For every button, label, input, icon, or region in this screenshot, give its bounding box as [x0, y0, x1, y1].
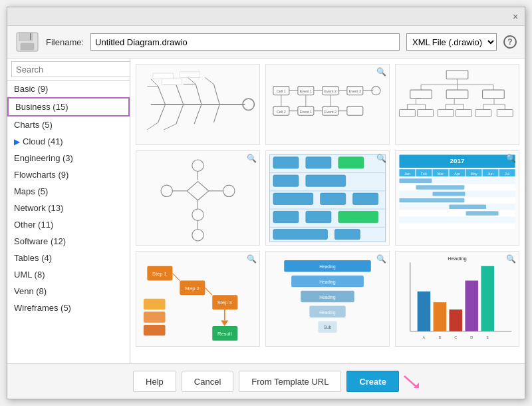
svg-rect-53 [410, 90, 432, 99]
template-diamond[interactable]: 🔍 [136, 150, 260, 246]
svg-rect-2 [21, 43, 34, 50]
svg-rect-108 [273, 229, 328, 239]
svg-line-145 [205, 288, 212, 296]
template-row-1: 🔍 Cell 1 Event 1 Event 2 Event 3 [136, 64, 519, 145]
svg-rect-154 [144, 325, 166, 335]
magnify-icon-4: 🔍 [506, 154, 516, 163]
search-input[interactable] [11, 61, 130, 77]
filename-input[interactable] [90, 33, 400, 51]
svg-line-22 [213, 104, 219, 122]
svg-line-9 [176, 85, 184, 104]
template-swimlane[interactable]: 🔍 [265, 150, 390, 246]
svg-rect-65 [475, 109, 491, 116]
svg-text:Feb: Feb [421, 172, 427, 176]
from-template-url-button[interactable]: From Template URL [239, 371, 341, 392]
svg-rect-63 [438, 109, 454, 116]
svg-text:C: C [454, 335, 457, 339]
sidebar-item-wireframes[interactable]: Wireframes (5) [7, 300, 130, 316]
sidebar-item-business[interactable]: Business (15) [7, 97, 130, 116]
sidebar-item-maps[interactable]: Maps (5) [7, 183, 130, 200]
header-row: Filename: XML File (.drawio) XML File (.… [7, 26, 525, 59]
template-funnel[interactable]: 🔍 Heading Heading Heading Heading Sub [265, 251, 390, 346]
svg-line-19 [176, 104, 184, 124]
help-circle-icon[interactable]: ? [503, 35, 517, 49]
cancel-button[interactable]: Cancel [182, 371, 233, 392]
svg-text:Event 1: Event 1 [300, 110, 312, 114]
template-timeline[interactable]: 🔍 2017 Jan Feb Mar Apr [395, 150, 519, 246]
svg-rect-25 [180, 72, 200, 78]
sidebar-item-engineering[interactable]: Engineering (3) [7, 150, 130, 166]
svg-line-178 [404, 376, 416, 387]
svg-rect-99 [338, 156, 364, 168]
svg-text:Sub: Sub [324, 325, 332, 330]
svg-rect-106 [306, 211, 331, 222]
svg-text:Event 3: Event 3 [349, 89, 361, 93]
svg-rect-62 [418, 109, 434, 116]
svg-rect-168 [418, 292, 431, 331]
title-bar: × [7, 7, 525, 26]
arrow-indicator [402, 373, 420, 389]
svg-rect-102 [273, 193, 313, 204]
svg-text:E: E [486, 335, 489, 339]
template-flow[interactable]: 🔍 Cell 1 Event 1 Event 2 Event 3 [265, 64, 390, 145]
svg-line-15 [213, 84, 219, 104]
sidebar-item-uml[interactable]: UML (8) [7, 266, 130, 283]
svg-rect-169 [434, 302, 447, 331]
template-waterfall[interactable]: 🔍 Step 1 Step 2 Step 3 [136, 251, 260, 346]
filename-label: Filename: [46, 37, 84, 47]
svg-text:Result: Result [217, 331, 232, 337]
sidebar-item-flowcharts[interactable]: Flowcharts (9) [7, 166, 130, 183]
svg-rect-3 [30, 33, 31, 40]
svg-text:Heading: Heading [319, 295, 336, 300]
svg-rect-103 [321, 193, 346, 204]
sidebar-item-network[interactable]: Network (13) [7, 200, 130, 216]
footer: Help Cancel From Template URL Create [7, 363, 525, 399]
template-tree[interactable] [395, 64, 519, 145]
svg-rect-136 [433, 192, 466, 196]
template-fishbone[interactable] [136, 64, 260, 145]
svg-marker-83 [187, 181, 209, 200]
svg-rect-104 [353, 193, 378, 204]
content-area: 🔍 Basic (9) Business (15) Charts (5) ▶ C… [7, 59, 525, 363]
magnify-icon-7: 🔍 [506, 254, 516, 264]
filetype-select[interactable]: XML File (.drawio) XML File (.xml) HTML … [406, 33, 497, 51]
svg-rect-100 [273, 175, 299, 186]
svg-text:B: B [439, 335, 442, 339]
create-button[interactable]: Create [346, 371, 398, 392]
magnify-icon-1: 🔍 [376, 67, 386, 77]
svg-rect-153 [144, 311, 166, 322]
new-diagram-dialog: × Filename: XML File (.drawio) XML File … [7, 7, 525, 399]
magnify-icon-5: 🔍 [247, 254, 257, 264]
svg-text:Event 2: Event 2 [325, 110, 336, 114]
svg-text:A: A [423, 335, 426, 339]
sidebar-item-tables[interactable]: Tables (4) [7, 250, 130, 266]
svg-rect-132 [399, 217, 515, 223]
sidebar-item-other[interactable]: Other (11) [7, 216, 130, 233]
svg-rect-137 [399, 198, 464, 202]
search-box: 🔍 [7, 59, 130, 81]
sidebar-item-venn[interactable]: Venn (8) [7, 283, 130, 300]
svg-rect-64 [456, 109, 471, 116]
svg-text:Cell 1: Cell 1 [277, 89, 286, 93]
svg-text:Event 1: Event 1 [300, 89, 312, 93]
svg-text:Heading: Heading [319, 280, 336, 285]
sidebar-item-cloud[interactable]: ▶ Cloud (41) [7, 133, 130, 150]
svg-line-7 [151, 79, 158, 87]
svg-text:Cell 2: Cell 2 [277, 110, 286, 114]
sidebar-item-charts[interactable]: Charts (5) [7, 116, 130, 133]
sidebar-item-basic[interactable]: Basic (9) [7, 81, 130, 97]
svg-point-87 [161, 185, 172, 196]
template-row-3: 🔍 Step 1 Step 2 Step 3 [136, 251, 519, 346]
magnify-icon-3: 🔍 [376, 154, 386, 163]
svg-line-21 [194, 104, 201, 124]
svg-rect-54 [446, 90, 468, 99]
sidebar-item-software[interactable]: Software (12) [7, 233, 130, 250]
close-button[interactable]: × [510, 11, 521, 22]
svg-text:Apr: Apr [454, 172, 460, 176]
svg-text:Event 2: Event 2 [325, 89, 336, 93]
sidebar: 🔍 Basic (9) Business (15) Charts (5) ▶ C… [7, 59, 130, 363]
template-bar-chart[interactable]: 🔍 Heading A [395, 251, 519, 346]
magnify-icon-2: 🔍 [247, 154, 257, 163]
svg-rect-133 [399, 224, 515, 230]
help-button[interactable]: Help [133, 371, 176, 392]
